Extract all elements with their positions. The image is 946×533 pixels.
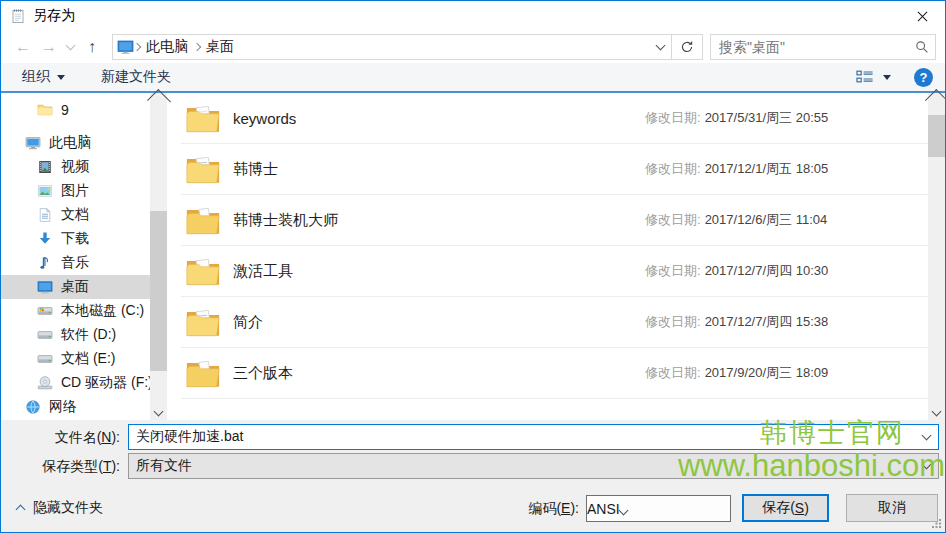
dropdown-arrow-icon [57,75,65,80]
sidebar-item-documents[interactable]: 文档 [1,203,167,227]
sidebar-item-network[interactable]: 网络 [1,395,167,419]
date-value: 2017/5/31/周三 20:55 [705,110,829,125]
cancel-button[interactable]: 取消 [846,494,938,522]
savetype-combo[interactable]: 所有文件 [128,453,939,479]
sidebar-item-label: 下载 [61,230,89,248]
recent-locations-button[interactable] [62,34,78,60]
date-value: 2017/12/7/周四 10:30 [705,263,829,278]
chevron-down-icon [65,41,75,51]
title-bar: 另存为 [1,1,945,31]
address-bar[interactable]: 此电脑 桌面 [112,34,672,60]
scroll-down-icon[interactable] [150,405,167,420]
dialog-footer: 文件名(N): 保存类型(T): 所有文件 隐藏文件夹 编码(E): ANSI … [1,420,945,532]
date-label: 修改日期: [645,314,701,329]
breadcrumb-desktop[interactable]: 桌面 [200,38,240,56]
new-folder-button[interactable]: 新建文件夹 [92,63,180,91]
organize-button[interactable]: 组织 [13,63,74,91]
sidebar-item-label: 9 [61,102,69,118]
sidebar-item-drive-d[interactable]: 软件 (D:) [1,323,167,347]
sidebar-item-cd-drive-f[interactable]: CD 驱动器 (F:) [1,371,167,395]
help-button[interactable]: ? [914,68,933,87]
resize-grip[interactable] [932,519,942,529]
dropdown-arrow-icon [883,75,891,80]
dialog-content: 9 此电脑 视频 图片 文档 下载 [1,93,945,420]
sidebar-item-desktop[interactable]: 桌面 [1,275,167,299]
close-button[interactable] [900,1,945,31]
date-value: 2017/9/20/周三 18:09 [705,365,829,380]
sidebar-item-downloads[interactable]: 下载 [1,227,167,251]
file-name: 韩博士 [233,160,278,179]
file-date: 修改日期:2017/12/7/周四 15:38 [645,313,828,331]
savetype-value: 所有文件 [129,457,914,475]
chevron-down-icon [921,460,931,470]
sidebar-item-drive-c[interactable]: 本地磁盘 (C:) [1,299,167,323]
folder-icon [185,154,221,185]
file-name: 激活工具 [233,262,293,281]
organize-label: 组织 [22,68,50,86]
scroll-up-icon[interactable] [928,93,945,108]
file-row[interactable]: keywords 修改日期:2017/5/31/周三 20:55 [181,93,928,144]
sidebar-item-music[interactable]: 音乐 [1,251,167,275]
hide-folders-button[interactable]: 隐藏文件夹 [17,494,103,522]
file-row[interactable]: 激活工具 修改日期:2017/12/7/周四 10:30 [181,246,928,297]
window-title: 另存为 [33,7,75,25]
cd-drive-icon [37,375,53,391]
document-icon [37,207,53,223]
file-date: 修改日期:2017/12/1/周五 18:05 [645,160,828,178]
picture-icon [37,183,53,199]
encoding-value: ANSI [587,501,620,517]
file-date: 修改日期:2017/12/6/周三 11:04 [645,211,827,229]
scroll-down-icon[interactable] [928,405,945,420]
sidebar-item-label: 文档 (E:) [61,350,115,368]
sidebar-item-label: 文档 [61,206,89,224]
scrollbar-thumb[interactable] [928,115,945,157]
scrollbar-thumb[interactable] [150,211,167,371]
filename-dropdown-button[interactable] [914,425,938,449]
scroll-up-icon[interactable] [150,93,167,108]
save-button[interactable]: 保存(S) [742,494,829,522]
sidebar-item-label: 软件 (D:) [61,326,116,344]
file-name: keywords [233,110,296,127]
file-row[interactable]: 韩博士 修改日期:2017/12/1/周五 18:05 [181,144,928,195]
file-date: 修改日期:2017/12/7/周四 10:30 [645,262,828,280]
file-row[interactable]: 三个版本 修改日期:2017/9/20/周三 18:09 [181,348,928,399]
filename-combo [128,424,939,450]
command-bar: 组织 新建文件夹 ? [1,63,945,93]
refresh-button[interactable] [671,34,703,60]
sidebar-item-this-pc[interactable]: 此电脑 [1,131,167,155]
sidebar-item-drive-e[interactable]: 文档 (E:) [1,347,167,371]
close-icon [917,11,928,22]
date-label: 修改日期: [645,161,701,176]
back-button[interactable]: ← [10,34,36,60]
sidebar-item-pictures[interactable]: 图片 [1,179,167,203]
file-row[interactable]: 简介 修改日期:2017/12/7/周四 15:38 [181,297,928,348]
view-mode-button[interactable] [847,69,900,85]
sidebar-scrollbar[interactable] [150,93,167,420]
network-icon [25,399,41,415]
address-dropdown-button[interactable] [649,35,671,59]
breadcrumb-this-pc[interactable]: 此电脑 [140,38,194,56]
back-icon: ← [15,38,31,56]
search-input[interactable] [711,39,909,55]
sidebar-item-label: 视频 [61,158,89,176]
filename-input[interactable] [129,429,914,445]
computer-icon [25,135,41,151]
drive-icon [37,327,53,343]
savetype-dropdown-button[interactable] [914,454,938,478]
filelist-scrollbar[interactable] [928,93,945,420]
folder-icon [185,307,221,338]
encoding-combo[interactable]: ANSI [586,495,731,522]
sidebar-item-videos[interactable]: 视频 [1,155,167,179]
search-icon[interactable] [909,40,935,54]
file-row[interactable]: 韩博士装机大师 修改日期:2017/12/6/周三 11:04 [181,195,928,246]
notepad-icon [10,8,26,24]
sidebar-item-9[interactable]: 9 [1,98,167,122]
up-button[interactable]: ↑ [78,34,106,60]
drive-icon [37,351,53,367]
encoding-dropdown-button[interactable] [620,501,627,517]
folder-icon [185,103,221,134]
chevron-down-icon [618,505,628,515]
forward-button[interactable]: → [36,34,62,60]
folder-icon [185,256,221,287]
save-as-dialog: 另存为 ← → ↑ 此电脑 桌面 [0,0,946,533]
